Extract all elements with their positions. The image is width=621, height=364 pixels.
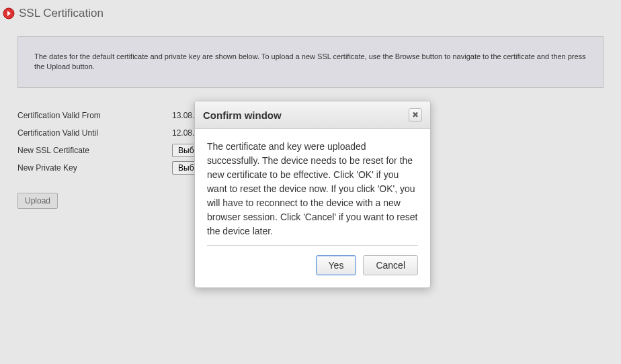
info-text: The dates for the default certificate an… [34,52,586,71]
dialog-button-row: Yes Cancel [195,246,430,287]
field-label: Certification Valid From [17,111,172,120]
field-label: New Private Key [17,163,172,173]
arrow-right-circle-icon [3,7,15,19]
yes-button[interactable]: Yes [316,255,357,275]
page-header: SSL Certification [0,0,621,24]
page-title: SSL Certification [19,7,104,20]
dialog-title: Confirm window [203,109,282,121]
confirm-dialog: Confirm window ✖ The certificate and key… [194,101,431,288]
close-icon[interactable]: ✖ [409,108,422,122]
dialog-titlebar: Confirm window ✖ [195,101,430,129]
cancel-button[interactable]: Cancel [363,255,418,275]
dialog-body: The certificate and key were uploaded su… [195,129,430,245]
upload-button[interactable]: Upload [17,193,58,209]
field-label: Certification Valid Until [17,128,172,138]
field-label: New SSL Certificate [17,146,172,155]
info-box: The dates for the default certificate an… [17,36,604,88]
